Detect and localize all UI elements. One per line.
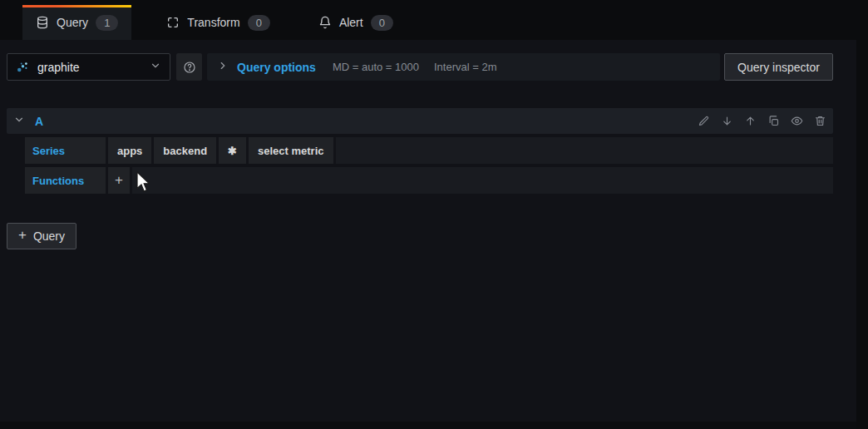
tab-query-count-badge: 1 (96, 15, 118, 31)
max-data-points-text: MD = auto = 1000 (333, 61, 419, 73)
query-ref-id: A (35, 115, 43, 128)
functions-label: Functions (25, 167, 106, 194)
series-segment-backend[interactable]: backend (154, 137, 216, 164)
tab-transform[interactable]: Transform 0 (153, 5, 284, 40)
add-query-label: Query (33, 229, 65, 243)
query-options-bar[interactable]: Query options MD = auto = 1000 Interval … (207, 53, 720, 81)
arrow-down-icon[interactable] (720, 115, 733, 128)
arrow-up-icon[interactable] (743, 115, 757, 128)
bell-icon (318, 16, 332, 29)
interval-text: Interval = 2m (434, 61, 497, 73)
add-query-button[interactable]: + Query (7, 223, 76, 249)
query-row-header[interactable]: A (7, 108, 833, 134)
datasource-picker[interactable]: graphite (7, 53, 170, 81)
datasource-help-button[interactable] (176, 53, 202, 81)
tab-alert-label: Alert (339, 16, 363, 29)
duplicate-icon[interactable] (767, 115, 780, 128)
tab-transform-count-badge: 0 (248, 15, 270, 31)
transform-icon (166, 16, 180, 29)
tab-transform-label: Transform (187, 16, 239, 29)
right-gutter (856, 0, 868, 429)
functions-row: Functions + (25, 167, 833, 194)
bottom-gutter (0, 422, 856, 429)
series-label: Series (25, 137, 106, 164)
series-row: Series apps backend ✱ select metric (25, 137, 833, 164)
eye-icon[interactable] (790, 115, 803, 128)
query-options-label: Query options (237, 61, 316, 74)
query-inspector-button[interactable]: Query inspector (724, 53, 833, 81)
query-row-actions (697, 115, 826, 128)
database-icon (36, 16, 49, 29)
tab-query-label: Query (57, 16, 88, 29)
trash-icon[interactable] (813, 115, 826, 128)
tab-query[interactable]: Query 1 (22, 5, 131, 40)
add-function-button[interactable]: + (108, 167, 130, 194)
datasource-value: graphite (37, 61, 142, 74)
series-segment-select-metric[interactable]: select metric (249, 137, 333, 164)
pencil-icon[interactable] (697, 115, 710, 128)
editor-tabbar: Query 1 Transform 0 Alert (0, 0, 856, 40)
functions-row-filler (132, 167, 833, 194)
plus-icon: + (18, 227, 27, 244)
series-segment-wildcard[interactable]: ✱ (219, 137, 246, 164)
collapse-chevron-icon[interactable] (13, 114, 25, 129)
graphite-datasource-icon (16, 60, 30, 74)
tab-alert-count-badge: 0 (371, 15, 393, 31)
chevron-right-icon (217, 60, 229, 75)
chevron-down-icon (150, 60, 161, 74)
help-circle-icon (183, 61, 196, 74)
grafana-query-editor: Query 1 Transform 0 Alert (0, 0, 868, 429)
series-row-filler (336, 137, 834, 164)
tab-alert[interactable]: Alert 0 (305, 5, 407, 40)
query-inspector-label: Query inspector (737, 61, 820, 74)
series-segment-apps[interactable]: apps (108, 137, 151, 164)
